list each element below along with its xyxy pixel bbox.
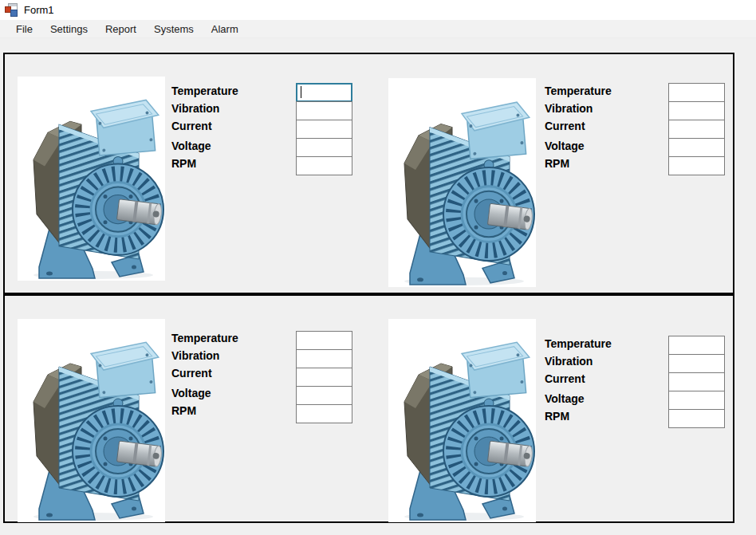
menu-item-file[interactable]: File bbox=[7, 21, 41, 37]
input-voltage-3[interactable] bbox=[296, 386, 352, 405]
label-voltage: Voltage bbox=[545, 140, 585, 152]
input-temperature-1[interactable] bbox=[296, 83, 352, 102]
motor-image bbox=[18, 319, 165, 522]
window-title: Form1 bbox=[24, 4, 54, 16]
input-voltage-4[interactable] bbox=[668, 391, 725, 410]
input-current-1[interactable] bbox=[296, 120, 352, 139]
motor-photo-top-left bbox=[18, 77, 165, 281]
input-vibration-2[interactable] bbox=[668, 101, 725, 120]
form1-window: Form1 File Settings Report Systems Alarm… bbox=[0, 0, 756, 535]
motor-image bbox=[388, 319, 536, 522]
input-vibration-4[interactable] bbox=[668, 354, 725, 373]
label-voltage: Voltage bbox=[171, 387, 211, 399]
motor-image bbox=[388, 78, 536, 287]
input-current-4[interactable] bbox=[668, 372, 725, 391]
input-voltage-1[interactable] bbox=[296, 138, 352, 157]
label-current: Current bbox=[545, 120, 585, 132]
label-current: Current bbox=[171, 120, 212, 132]
input-rpm-3[interactable] bbox=[296, 404, 352, 423]
label-rpm: RPM bbox=[545, 410, 569, 423]
input-current-3[interactable] bbox=[296, 368, 352, 387]
menu-item-report[interactable]: Report bbox=[96, 21, 145, 37]
label-temperature: Temperature bbox=[171, 85, 238, 97]
label-temperature: Temperature bbox=[545, 85, 612, 97]
label-rpm: RPM bbox=[545, 157, 569, 170]
label-rpm: RPM bbox=[171, 404, 196, 417]
app-icon-blue-square bbox=[10, 10, 18, 17]
label-vibration: Vibration bbox=[171, 349, 219, 362]
input-rpm-1[interactable] bbox=[296, 156, 352, 175]
motor-image bbox=[18, 77, 165, 281]
input-rpm-2[interactable] bbox=[668, 156, 725, 175]
input-voltage-2[interactable] bbox=[668, 138, 725, 157]
motor-photo-bottom-right bbox=[388, 319, 536, 522]
label-vibration: Vibration bbox=[171, 102, 219, 115]
input-temperature-3[interactable] bbox=[296, 331, 352, 350]
input-current-2[interactable] bbox=[668, 120, 725, 139]
menu-item-settings[interactable]: Settings bbox=[41, 21, 96, 37]
input-temperature-4[interactable] bbox=[668, 336, 725, 355]
menu-bar: File Settings Report Systems Alarm bbox=[0, 20, 756, 38]
label-temperature: Temperature bbox=[171, 332, 238, 344]
menu-item-systems[interactable]: Systems bbox=[145, 21, 203, 37]
label-temperature: Temperature bbox=[545, 337, 612, 350]
label-rpm: RPM bbox=[171, 157, 196, 170]
label-voltage: Voltage bbox=[171, 140, 211, 152]
motor-photo-bottom-left bbox=[18, 319, 165, 522]
label-vibration: Vibration bbox=[545, 102, 593, 115]
input-temperature-2[interactable] bbox=[668, 83, 725, 102]
input-vibration-1[interactable] bbox=[296, 101, 352, 120]
label-current: Current bbox=[171, 367, 212, 380]
app-icon bbox=[5, 3, 18, 16]
text-caret bbox=[301, 86, 301, 98]
label-voltage: Voltage bbox=[545, 392, 585, 405]
label-current: Current bbox=[545, 372, 585, 385]
motor-photo-top-right bbox=[388, 78, 536, 287]
menu-item-alarm[interactable]: Alarm bbox=[203, 21, 247, 37]
input-vibration-3[interactable] bbox=[296, 349, 352, 368]
title-bar: Form1 bbox=[0, 0, 756, 20]
input-rpm-4[interactable] bbox=[668, 409, 725, 428]
label-vibration: Vibration bbox=[545, 355, 593, 368]
